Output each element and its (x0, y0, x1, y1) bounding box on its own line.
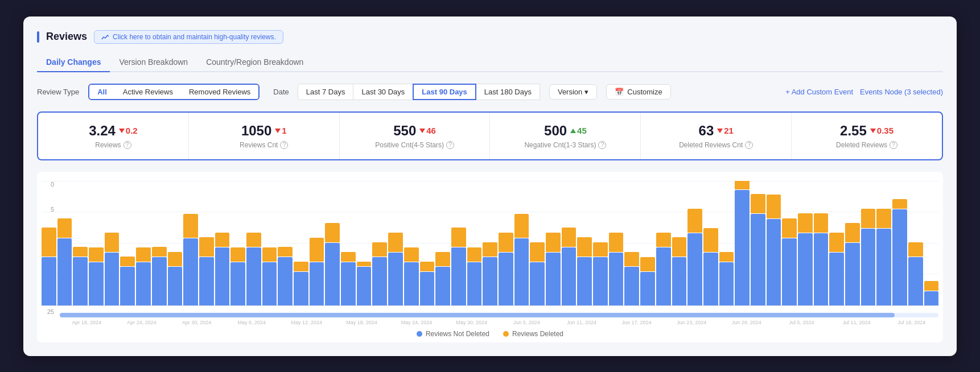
version-dropdown[interactable]: Version ▾ (549, 84, 597, 100)
bar-orange (719, 252, 734, 262)
page-title: Reviews (46, 31, 87, 43)
date-7d[interactable]: Last 7 Days (298, 84, 354, 100)
bar-group (73, 247, 88, 305)
bar-blue (861, 229, 876, 305)
bar-orange (294, 262, 308, 271)
bar-blue (183, 238, 198, 305)
add-custom-event-button[interactable]: + Add Custom Event (785, 88, 853, 96)
x-date-label: Jun 29, 2024 (720, 320, 774, 325)
stat-reviews-cnt-delta: 1 (275, 126, 286, 135)
bar-blue (624, 267, 639, 305)
customize-button[interactable]: 📅 Customize (606, 84, 670, 100)
stat-deleted-reviews-cnt: 63 21 Deleted Reviews Cnt ? (641, 113, 792, 159)
bar-orange (876, 209, 891, 228)
date-90d[interactable]: Last 90 Days (413, 84, 476, 100)
stat-positive-cnt-delta-value: 46 (426, 126, 436, 135)
bar-orange (751, 194, 765, 213)
bar-orange (703, 228, 718, 252)
bar-group (546, 233, 561, 305)
negative-cnt-info-icon[interactable]: ? (598, 141, 606, 149)
stat-negative-cnt-delta: 45 (570, 126, 587, 135)
bar-blue (42, 257, 56, 305)
tab-country-breakdown[interactable]: Country/Region Breakdown (197, 53, 312, 72)
reviews-info-icon[interactable]: ? (123, 141, 131, 149)
stat-deleted-cnt-delta: 21 (717, 126, 734, 135)
bar-group (767, 195, 781, 305)
x-date-label: Apr 30, 2024 (170, 320, 224, 325)
bar-blue (435, 267, 450, 305)
tab-daily-changes[interactable]: Daily Changes (37, 53, 110, 72)
legend-dot-orange (503, 331, 509, 337)
x-date-label: Jul 16, 2024 (884, 320, 938, 325)
bar-blue (845, 243, 860, 305)
header: Reviews Click here to obtain and maintai… (37, 30, 943, 44)
bar-blue (57, 238, 72, 305)
bar-orange (341, 252, 356, 262)
triangle-up-icon (570, 129, 576, 133)
bar-orange (136, 247, 151, 262)
stat-deleted-cnt-delta-value: 21 (724, 126, 734, 135)
bar-group (876, 209, 891, 305)
legend-dot-blue (417, 331, 422, 337)
bar-orange (609, 233, 624, 252)
timeline-handle (60, 313, 895, 317)
bar-blue (829, 253, 844, 305)
x-date-label: Jul 11, 2024 (830, 320, 884, 325)
bar-blue (105, 253, 120, 305)
bar-blue (467, 262, 482, 305)
chevron-down-icon: ▾ (584, 88, 588, 96)
bar-blue (609, 253, 624, 305)
bar-orange (672, 237, 687, 257)
review-type-active[interactable]: Active Reviews (115, 85, 181, 99)
bar-blue (499, 253, 513, 305)
bar-group (640, 257, 655, 305)
bar-blue (908, 257, 923, 305)
customize-label: Customize (627, 88, 662, 96)
deleted-cnt-info-icon[interactable]: ? (745, 141, 753, 149)
bar-group (908, 242, 923, 305)
events-node-button[interactable]: Events Node (3 selected) (860, 88, 943, 96)
bar-orange (861, 209, 876, 228)
bar-blue (798, 233, 813, 305)
stat-reviews-main: 3.24 0.2 (50, 123, 177, 139)
review-type-all[interactable]: All (89, 85, 115, 99)
bar-group (168, 252, 183, 305)
stat-deleted-reviews-delta: 0.35 (870, 126, 893, 135)
bar-group (325, 223, 340, 305)
date-label: Date (273, 88, 289, 96)
x-date-label: Jun 5, 2024 (500, 320, 554, 325)
review-type-removed[interactable]: Removed Reviews (181, 85, 258, 99)
promo-button[interactable]: Click here to obtain and maintain high-q… (94, 30, 283, 44)
triangle-down-icon-4 (717, 129, 723, 133)
bar-group (562, 228, 577, 305)
date-180d[interactable]: Last 180 Days (476, 84, 540, 100)
stat-deleted-reviews-value: 2.55 (840, 123, 867, 139)
bar-group (845, 223, 860, 305)
timeline-scrollbar[interactable] (60, 313, 938, 317)
reviews-cnt-info-icon[interactable]: ? (280, 141, 288, 149)
x-date-label: Jun 23, 2024 (665, 320, 719, 325)
bar-group (420, 262, 435, 305)
legend-not-deleted: Reviews Not Deleted (417, 330, 489, 338)
bar-blue (593, 257, 608, 305)
bar-orange (562, 228, 577, 247)
title-bar-decoration (37, 31, 39, 43)
deleted-reviews-info-icon[interactable]: ? (890, 141, 897, 149)
date-30d[interactable]: Last 30 Days (353, 84, 413, 100)
x-dates-row: Apr 18, 2024Apr 24, 2024Apr 30, 2024May … (60, 320, 938, 325)
triangle-down-icon-2 (275, 129, 281, 133)
stat-deleted-cnt-main: 63 21 (652, 123, 780, 139)
promo-text: Click here to obtain and maintain high-q… (113, 33, 276, 41)
bar-orange (199, 237, 214, 257)
stat-positive-cnt-value: 550 (393, 123, 416, 139)
bar-group (861, 209, 876, 305)
bar-blue (246, 247, 261, 305)
x-date-label: Jul 5, 2024 (775, 320, 829, 325)
bar-group (105, 233, 120, 305)
tab-version-breakdown[interactable]: Version Breakdown (110, 53, 197, 72)
positive-cnt-info-icon[interactable]: ? (446, 141, 454, 149)
bar-orange (388, 233, 403, 252)
stat-negative-cnt-label: Negative Cnt(1-3 Stars) ? (501, 141, 629, 149)
bar-orange (325, 223, 340, 242)
bar-orange (814, 213, 829, 233)
